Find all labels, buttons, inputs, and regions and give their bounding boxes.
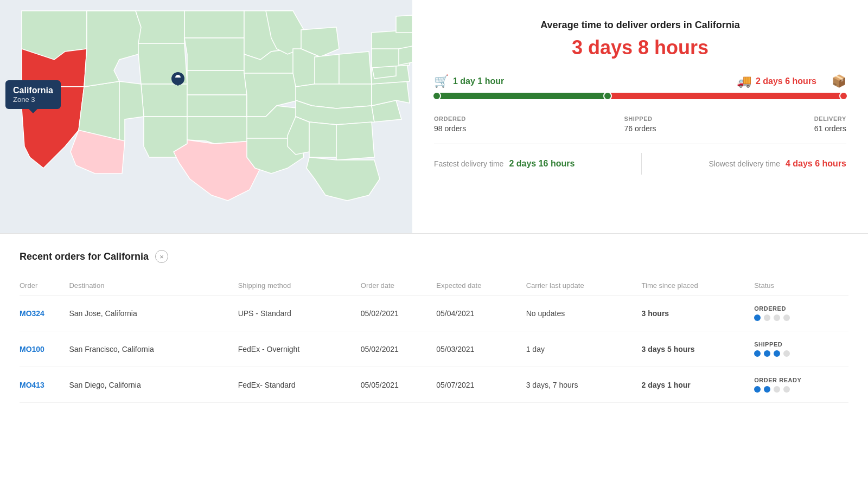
table-row: MO413San Diego, CaliforniaFedEx- Standar… xyxy=(20,367,848,403)
delivery-divider xyxy=(641,153,642,175)
svg-marker-30 xyxy=(309,122,336,157)
status-dot xyxy=(783,314,790,321)
status-dot xyxy=(764,314,770,321)
progress-green xyxy=(434,93,607,99)
status-cell: SHIPPED xyxy=(754,331,848,367)
order-counts: ORDERED 98 orders SHIPPED 76 orders DELI… xyxy=(434,110,846,133)
shipping-method: UPS - Standard xyxy=(238,296,361,331)
status-cell: ORDER READY xyxy=(754,367,848,403)
col-destination: Destination xyxy=(69,276,238,296)
status-dot xyxy=(754,314,761,321)
svg-marker-39 xyxy=(396,15,412,33)
status-dot xyxy=(754,350,761,357)
order-destination: San Diego, California xyxy=(69,367,238,403)
start-dot xyxy=(432,92,441,100)
avg-time: 3 days 8 hours xyxy=(434,36,846,59)
time-since: 3 hours xyxy=(642,296,755,331)
slowest-delivery: Slowest delivery time 4 days 6 hours xyxy=(709,159,846,169)
ordered-count: ORDERED 98 orders xyxy=(434,115,466,133)
status-label: SHIPPED xyxy=(754,341,782,348)
carrier-update: 1 day xyxy=(526,331,642,367)
table-title: Recent orders for California xyxy=(20,251,149,262)
svg-marker-25 xyxy=(315,54,339,84)
table-header-row: Recent orders for California × xyxy=(20,250,848,263)
time-since: 2 days 1 hour xyxy=(642,367,755,403)
end-dot xyxy=(839,92,848,100)
status-dot xyxy=(783,350,790,357)
svg-marker-40 xyxy=(399,46,412,65)
table-row: MO100San Francisco, CaliforniaFedEx - Ov… xyxy=(20,331,848,367)
col-order: Order xyxy=(20,276,69,296)
svg-marker-13 xyxy=(187,70,247,95)
table-header: Order Destination Shipping method Order … xyxy=(20,276,848,296)
col-shipping: Shipping method xyxy=(238,276,361,296)
timeline-labels: 🛒 1 day 1 hour 🚚 2 days 6 hours 📦 xyxy=(434,74,846,88)
status-dot xyxy=(754,386,761,393)
carrier-update: No updates xyxy=(526,296,642,331)
table-row: MO324San Jose, CaliforniaUPS - Standard0… xyxy=(20,296,848,331)
status-dots xyxy=(754,350,790,357)
order-destination: San Francisco, California xyxy=(69,331,238,367)
timeline-section: 🛒 1 day 1 hour 🚚 2 days 6 hours 📦 xyxy=(434,74,846,99)
order-link[interactable]: MO413 xyxy=(20,381,44,389)
order-date: 05/05/2021 xyxy=(361,367,436,403)
col-status: Status xyxy=(754,276,848,296)
fastest-delivery: Fastest delivery time 2 days 16 hours xyxy=(434,159,575,169)
col-expected: Expected date xyxy=(436,276,526,296)
expected-date: 05/07/2021 xyxy=(436,367,526,403)
svg-marker-15 xyxy=(187,117,252,144)
stats-title: Average time to deliver orders in Califo… xyxy=(434,20,846,31)
status-badge: ORDER READY xyxy=(754,377,848,393)
orders-table-section: Recent orders for California × Order Des… xyxy=(0,233,868,488)
status-dot xyxy=(774,314,780,321)
order-link[interactable]: MO324 xyxy=(20,309,44,318)
box-icon: 📦 xyxy=(832,74,846,88)
divider xyxy=(434,144,846,144)
delivery-count: DELIVERY 61 orders xyxy=(814,115,846,133)
shipping-method: FedEx- Standard xyxy=(238,367,361,403)
truck-icon: 🚚 xyxy=(737,74,751,88)
order-date: 05/02/2021 xyxy=(361,296,436,331)
timeline-ordered: 🛒 1 day 1 hour xyxy=(434,74,504,88)
col-time-since: Time since placed xyxy=(642,276,755,296)
cart-icon: 🛒 xyxy=(434,74,449,88)
status-dots xyxy=(754,386,790,393)
svg-marker-26 xyxy=(339,52,372,84)
carrier-update: 3 days, 7 hours xyxy=(526,367,642,403)
expected-date: 05/04/2021 xyxy=(436,296,526,331)
timeline-shipped: 🚚 2 days 6 hours 📦 xyxy=(737,74,846,88)
svg-marker-32 xyxy=(307,157,380,201)
col-order-date: Order date xyxy=(361,276,436,296)
svg-marker-12 xyxy=(184,38,244,70)
svg-marker-8 xyxy=(119,81,144,141)
order-link[interactable]: MO100 xyxy=(20,345,44,354)
svg-marker-31 xyxy=(336,122,374,160)
shipping-method: FedEx - Overnight xyxy=(238,331,361,367)
tooltip-zone: Zone 3 xyxy=(13,95,53,104)
stats-panel: Average time to deliver orders in Califo… xyxy=(412,0,868,233)
svg-marker-7 xyxy=(141,84,187,117)
tooltip-state: California xyxy=(13,86,53,95)
progress-red xyxy=(607,93,846,99)
map-tooltip: California Zone 3 xyxy=(5,80,61,109)
status-dot xyxy=(774,350,780,357)
close-button[interactable]: × xyxy=(155,250,168,263)
orders-table: Order Destination Shipping method Order … xyxy=(20,276,848,403)
status-dot xyxy=(774,386,780,393)
order-destination: San Jose, California xyxy=(69,296,238,331)
status-cell: ORDERED xyxy=(754,296,848,331)
order-date: 05/02/2021 xyxy=(361,331,436,367)
svg-marker-11 xyxy=(184,11,244,38)
status-label: ORDER READY xyxy=(754,377,801,383)
expected-date: 05/03/2021 xyxy=(436,331,526,367)
col-carrier: Carrier last update xyxy=(526,276,642,296)
status-label: ORDERED xyxy=(754,305,786,312)
svg-marker-4 xyxy=(84,11,141,87)
status-badge: SHIPPED xyxy=(754,341,848,357)
status-dot xyxy=(783,386,790,393)
delivery-times: Fastest delivery time 2 days 16 hours Sl… xyxy=(434,153,846,175)
shipped-count: SHIPPED 76 orders xyxy=(624,115,656,133)
map-container: California Zone 3 xyxy=(0,0,412,233)
time-since: 3 days 5 hours xyxy=(642,331,755,367)
status-badge: ORDERED xyxy=(754,305,848,321)
